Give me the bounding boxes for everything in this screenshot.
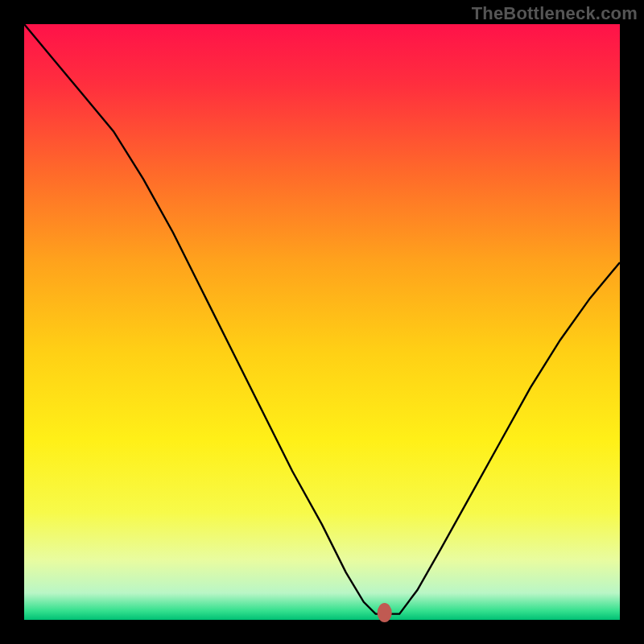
minimum-marker [378, 603, 392, 622]
chart-container: TheBottleneck.com [0, 0, 644, 644]
bottleneck-chart [0, 0, 644, 644]
plot-background [24, 24, 620, 620]
watermark-text: TheBottleneck.com [472, 3, 638, 24]
